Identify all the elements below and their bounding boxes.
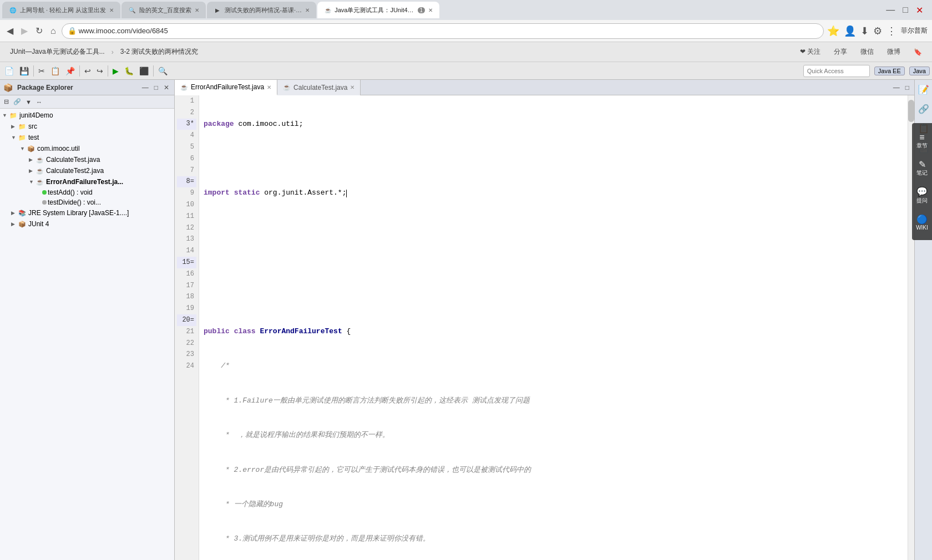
wechat-btn[interactable]: 微信 bbox=[857, 47, 877, 57]
breadcrumb-2[interactable]: 3-2 测试失败的两种情况究 bbox=[117, 47, 202, 57]
editor-max-btn[interactable]: □ bbox=[904, 83, 911, 92]
toolbar-paste[interactable]: 📌 bbox=[63, 65, 77, 77]
back-button[interactable]: ◀ bbox=[4, 24, 16, 37]
java-ee-btn[interactable]: Java EE bbox=[874, 67, 905, 75]
code-line-7: public class ErrorAndFailureTest { bbox=[204, 326, 903, 338]
tab4-count: 1 bbox=[418, 7, 426, 13]
editor-min-btn[interactable]: — bbox=[892, 83, 901, 92]
quick-access-input[interactable] bbox=[803, 65, 870, 77]
toolbar-run[interactable]: ▶ bbox=[110, 65, 121, 77]
notes-label: 笔记 bbox=[916, 170, 928, 176]
toolbar-undo[interactable]: ↩ bbox=[82, 65, 93, 77]
tab1-favicon: 🌐 bbox=[9, 6, 17, 14]
project-icon: 📁 bbox=[9, 111, 18, 120]
maximize-btn[interactable]: □ bbox=[900, 4, 910, 16]
question-icon: 💬 bbox=[916, 186, 928, 197]
browser-tab-2[interactable]: 🔍 险的英文_百度搜索 ✕ bbox=[121, 2, 206, 18]
ln-1: 1 bbox=[177, 95, 196, 107]
ide-body: 📦 Package Explorer — □ ✕ ⊟ 🔗 ▼ ↔ bbox=[0, 80, 932, 560]
tab3-favicon: ▶ bbox=[214, 6, 221, 14]
minimize-btn[interactable]: — bbox=[884, 4, 897, 16]
code-content[interactable]: package com.imooc.util; import static or… bbox=[199, 95, 908, 560]
ln-20: 20= bbox=[177, 314, 196, 326]
dot-green-testadd bbox=[42, 190, 47, 195]
ln-22: 22 bbox=[177, 338, 196, 349]
test-icon: 📁 bbox=[18, 133, 27, 142]
browser-tab-1[interactable]: 🌐 上网导航 · 轻松上网 从这里出发 ✕ bbox=[2, 2, 120, 18]
panel-collapse-btn[interactable]: ⊟ bbox=[2, 98, 11, 106]
bookmark-btn[interactable]: 🔖 bbox=[910, 48, 925, 56]
share-btn[interactable]: 分享 bbox=[830, 47, 850, 57]
tab2-close[interactable]: ✕ bbox=[195, 7, 199, 13]
arrow-jre: ▶ bbox=[11, 210, 18, 216]
toolbar-redo[interactable]: ↪ bbox=[94, 65, 105, 77]
tree-item-testadd[interactable]: testAdd() : void bbox=[0, 187, 174, 197]
content-area: 📄 💾 ✂ 📋 📌 ↩ ↪ ▶ 🐛 ⬛ 🔍 Java EE Java bbox=[0, 62, 932, 560]
tree-item-calc-test2[interactable]: ▶ ☕ CalculateTest2.java bbox=[0, 165, 174, 176]
panel-link-btn[interactable]: 🔗 bbox=[12, 98, 23, 106]
toolbar-cut[interactable]: ✂ bbox=[36, 65, 47, 77]
rs-chapter-btn[interactable]: ≡ 章节 bbox=[914, 128, 930, 154]
tree-item-error-test[interactable]: ▼ ☕ ErrorAndFailureTest.ja... bbox=[0, 176, 174, 187]
breadcrumb-1[interactable]: JUnit—Java单元测试必备工具... bbox=[7, 47, 108, 57]
java-btn[interactable]: Java bbox=[909, 67, 930, 75]
refresh-button[interactable]: ↻ bbox=[33, 24, 45, 37]
panel-maximize-btn[interactable]: □ bbox=[153, 83, 160, 92]
arrow-package: ▼ bbox=[20, 146, 27, 151]
toolbar-save[interactable]: 💾 bbox=[17, 65, 31, 77]
breadcrumb-sep: › bbox=[108, 48, 117, 56]
home-button[interactable]: ⌂ bbox=[48, 25, 58, 37]
settings-icon[interactable]: ⚙ bbox=[873, 25, 882, 37]
editor-tab-calc[interactable]: ☕ CalculateTest.java ✕ bbox=[277, 80, 361, 95]
tree-item-src[interactable]: ▶ 📁 src bbox=[0, 121, 174, 132]
weibo-btn[interactable]: 微博 bbox=[884, 47, 904, 57]
tree-item-calc-test[interactable]: ▶ ☕ CalculateTest.java bbox=[0, 154, 174, 165]
scroll-thumb[interactable] bbox=[908, 100, 914, 122]
extensions-icon[interactable]: ⭐ bbox=[827, 25, 839, 37]
panel-sync-btn[interactable]: ↔ bbox=[34, 98, 44, 106]
download-icon[interactable]: ⬇ bbox=[860, 25, 869, 37]
tree-item-testdivide[interactable]: testDivide() : voi... bbox=[0, 197, 174, 207]
calc-tab-close[interactable]: ✕ bbox=[350, 84, 354, 90]
panel-close-btn[interactable]: ✕ bbox=[162, 83, 171, 92]
ln-11: 11 bbox=[177, 211, 196, 222]
address-bar[interactable]: 🔒 www.imooc.com/video/6845 bbox=[62, 23, 824, 39]
toolbar-debug[interactable]: 🐛 bbox=[122, 65, 136, 77]
follow-btn[interactable]: ❤ 关注 bbox=[797, 47, 824, 57]
menu-icon[interactable]: ⋮ bbox=[887, 25, 896, 37]
forward-button[interactable]: ▶ bbox=[19, 24, 30, 37]
tab4-close[interactable]: ✕ bbox=[428, 7, 433, 13]
code-editor[interactable]: 1 2 3* 4 5 6 7 8= 9 10 11 12 13 bbox=[175, 95, 914, 560]
full-page: 🌐 上网导航 · 轻松上网 从这里出发 ✕ 🔍 险的英文_百度搜索 ✕ ▶ 测试… bbox=[0, 0, 932, 560]
rs-question-btn[interactable]: 💬 提问 bbox=[914, 182, 930, 208]
rs-wiki-btn[interactable]: 🔵 WIKI bbox=[914, 210, 930, 236]
panel-minimize-btn[interactable]: — bbox=[140, 83, 150, 92]
editor-tab-error[interactable]: ☕ ErrorAndFailureTest.java ✕ bbox=[175, 80, 277, 95]
toolbar-stop[interactable]: ⬛ bbox=[137, 65, 151, 77]
browser-tab-3[interactable]: ▶ 测试失败的两种情况-基课·… ✕ bbox=[207, 2, 316, 18]
tree-item-junit[interactable]: ▶ 📦 JUnit 4 bbox=[0, 218, 174, 230]
rp-btn-2[interactable]: 🔗 bbox=[916, 101, 931, 116]
rs-notes-btn[interactable]: ✎ 笔记 bbox=[914, 155, 930, 181]
rp-btn-1[interactable]: 📝 bbox=[916, 82, 931, 97]
code-line-12: * 一个隐藏的bug bbox=[204, 499, 903, 511]
toolbar-search[interactable]: 🔍 bbox=[156, 65, 170, 77]
tree-item-test[interactable]: ▼ 📁 test bbox=[0, 132, 174, 143]
tab1-close[interactable]: ✕ bbox=[109, 7, 114, 13]
tree-area: ▼ 📁 junit4Demo ▶ 📁 src bbox=[0, 109, 174, 560]
user-icon[interactable]: 👤 bbox=[844, 25, 856, 37]
tree-item-package[interactable]: ▼ 📦 com.imooc.util bbox=[0, 143, 174, 154]
ln-10: 10 bbox=[177, 199, 196, 211]
toolbar-copy[interactable]: 📋 bbox=[48, 65, 62, 77]
panel-filter-btn[interactable]: ▼ bbox=[24, 98, 33, 106]
code-line-6 bbox=[204, 292, 903, 303]
browser-tab-4[interactable]: ☕ Java单元测试工具：JUnit4（— 1 ✕ bbox=[317, 2, 439, 18]
src-label: src bbox=[28, 123, 37, 130]
tree-item-project[interactable]: ▼ 📁 junit4Demo bbox=[0, 110, 174, 121]
ln-7: 7 bbox=[177, 165, 196, 176]
toolbar-new[interactable]: 📄 bbox=[2, 65, 16, 77]
error-tab-close[interactable]: ✕ bbox=[267, 84, 271, 90]
close-btn[interactable]: ✕ bbox=[914, 4, 925, 17]
tree-item-jre[interactable]: ▶ 📚 JRE System Library [JavaSE-1....] bbox=[0, 207, 174, 218]
tab3-close[interactable]: ✕ bbox=[305, 7, 310, 13]
